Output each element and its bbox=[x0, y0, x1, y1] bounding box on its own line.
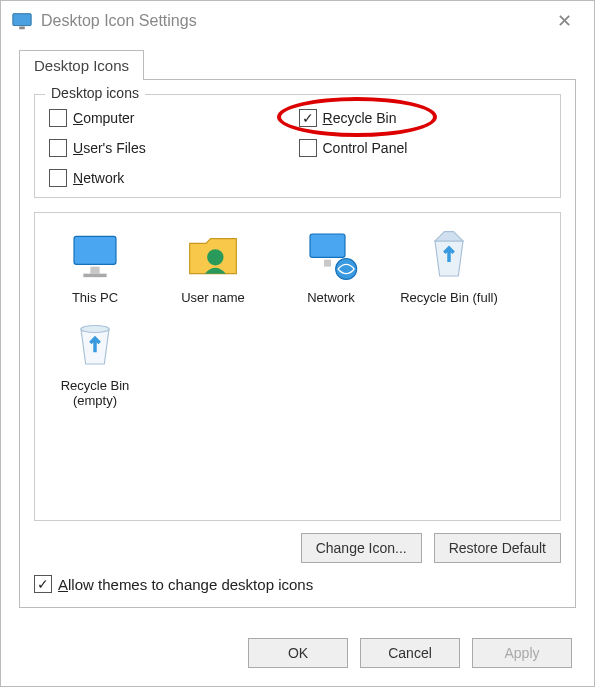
svg-rect-3 bbox=[90, 267, 99, 274]
icon-button-row: Change Icon... Restore Default bbox=[34, 533, 561, 563]
checkbox-users-files[interactable]: User's Files bbox=[49, 139, 297, 157]
checkbox-icon: ✓ bbox=[34, 575, 52, 593]
monitor-icon bbox=[67, 227, 123, 283]
svg-point-5 bbox=[207, 249, 223, 265]
recycle-bin-full-icon bbox=[421, 227, 477, 283]
svg-rect-0 bbox=[13, 14, 31, 26]
title-bar: Desktop Icon Settings ✕ bbox=[1, 1, 594, 41]
svg-rect-1 bbox=[19, 27, 25, 30]
checkbox-network[interactable]: Network bbox=[49, 169, 297, 187]
icon-this-pc[interactable]: This PC bbox=[45, 227, 145, 305]
dialog-button-row: OK Cancel Apply bbox=[1, 626, 594, 686]
user-folder-icon bbox=[185, 227, 241, 283]
svg-rect-7 bbox=[324, 260, 331, 267]
checkbox-icon bbox=[49, 139, 67, 157]
svg-point-9 bbox=[81, 326, 109, 333]
icon-network[interactable]: Network bbox=[281, 227, 381, 305]
cancel-button[interactable]: Cancel bbox=[360, 638, 460, 668]
checkbox-icon: ✓ bbox=[299, 109, 317, 127]
svg-rect-6 bbox=[310, 234, 345, 257]
restore-default-button[interactable]: Restore Default bbox=[434, 533, 561, 563]
network-icon bbox=[303, 227, 359, 283]
svg-point-8 bbox=[336, 259, 357, 280]
tab-desktop-icons[interactable]: Desktop Icons bbox=[19, 50, 144, 80]
fieldset-desktop-icons: Desktop icons Computer ✓ Recycle Bin Use… bbox=[34, 94, 561, 198]
svg-rect-4 bbox=[83, 274, 106, 278]
dialog-window: Desktop Icon Settings ✕ Desktop Icons De… bbox=[0, 0, 595, 687]
close-icon[interactable]: ✕ bbox=[544, 10, 584, 32]
checkbox-icon bbox=[49, 109, 67, 127]
svg-rect-2 bbox=[74, 236, 116, 264]
checkbox-computer[interactable]: Computer bbox=[49, 109, 297, 127]
desktop-icon bbox=[11, 10, 33, 32]
change-icon-button[interactable]: Change Icon... bbox=[301, 533, 422, 563]
checkbox-control-panel[interactable]: Control Panel bbox=[299, 139, 547, 157]
icon-recycle-bin-full[interactable]: Recycle Bin (full) bbox=[399, 227, 499, 305]
fieldset-legend: Desktop icons bbox=[45, 85, 145, 101]
icon-list-box: This PC User name Network Recycle Bin (f… bbox=[34, 212, 561, 521]
ok-button[interactable]: OK bbox=[248, 638, 348, 668]
icon-user-name[interactable]: User name bbox=[163, 227, 263, 305]
tab-body: Desktop icons Computer ✓ Recycle Bin Use… bbox=[19, 79, 576, 608]
content-area: Desktop Icons Desktop icons Computer ✓ R… bbox=[1, 41, 594, 626]
checkbox-icon bbox=[299, 139, 317, 157]
checkbox-allow-themes[interactable]: ✓ Allow themes to change desktop icons bbox=[34, 575, 561, 593]
recycle-bin-empty-icon bbox=[67, 315, 123, 371]
checkbox-icon bbox=[49, 169, 67, 187]
apply-button[interactable]: Apply bbox=[472, 638, 572, 668]
checkbox-recycle-bin[interactable]: ✓ Recycle Bin bbox=[299, 109, 547, 127]
title-text: Desktop Icon Settings bbox=[41, 12, 544, 30]
tab-strip: Desktop Icons bbox=[19, 49, 576, 79]
icon-recycle-bin-empty[interactable]: Recycle Bin (empty) bbox=[45, 315, 145, 408]
